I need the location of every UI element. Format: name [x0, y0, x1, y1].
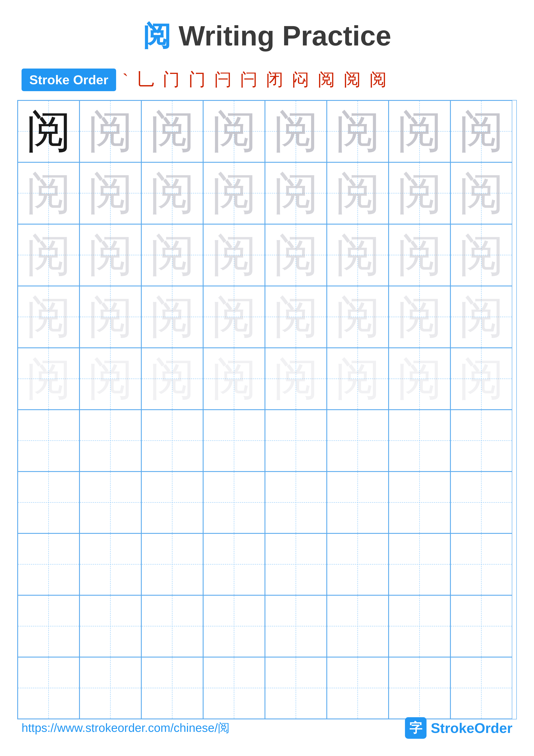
grid-cell[interactable]: 阅 — [327, 286, 389, 348]
grid-cell[interactable]: 阅 — [389, 286, 450, 348]
grid-cell[interactable] — [265, 472, 327, 533]
grid-cell[interactable]: 阅 — [203, 162, 265, 224]
grid-cell[interactable] — [450, 595, 512, 657]
grid-cell[interactable] — [450, 410, 512, 472]
grid-cell[interactable] — [80, 533, 141, 595]
grid-cell[interactable]: 阅 — [450, 100, 512, 162]
grid-cell[interactable] — [327, 410, 389, 472]
grid-cell[interactable]: 阅 — [450, 348, 512, 410]
grid-cell[interactable] — [265, 595, 327, 657]
stroke-step-9: 阅 — [318, 68, 339, 92]
grid-cell[interactable]: 阅 — [141, 348, 203, 410]
title-char: 阅 — [143, 20, 171, 51]
grid-cell[interactable] — [389, 472, 450, 533]
grid-cell[interactable] — [389, 657, 450, 719]
stroke-step-2: ⺃ — [137, 68, 158, 92]
grid-cell[interactable]: 阅 — [80, 286, 141, 348]
grid-row-6 — [18, 410, 516, 472]
grid-cell[interactable] — [327, 657, 389, 719]
grid-cell[interactable]: 阅 — [80, 100, 141, 162]
grid-cell[interactable]: 阅 — [18, 162, 80, 224]
grid-cell[interactable] — [18, 657, 80, 719]
grid-row-3: 阅 阅 阅 阅 阅 阅 阅 阅 — [18, 224, 516, 286]
practice-grid-container: 阅 阅 阅 阅 阅 阅 阅 阅 阅 阅 阅 阅 阅 阅 阅 阅 阅 阅 阅 阅 … — [0, 100, 534, 719]
grid-cell[interactable] — [203, 657, 265, 719]
grid-cell[interactable] — [265, 657, 327, 719]
grid-cell[interactable]: 阅 — [265, 224, 327, 286]
grid-cell[interactable]: 阅 — [450, 224, 512, 286]
grid-cell[interactable]: 阅 — [389, 162, 450, 224]
grid-cell[interactable] — [203, 533, 265, 595]
grid-cell[interactable]: 阅 — [18, 100, 80, 162]
grid-cell[interactable]: 阅 — [80, 224, 141, 286]
grid-cell[interactable]: 阅 — [203, 348, 265, 410]
grid-cell[interactable] — [141, 472, 203, 533]
grid-cell[interactable]: 阅 — [327, 224, 389, 286]
grid-cell[interactable] — [327, 472, 389, 533]
stroke-step-3: 门 — [163, 68, 184, 92]
stroke-step-4: 门 — [189, 68, 210, 92]
grid-cell[interactable] — [450, 657, 512, 719]
grid-cell[interactable]: 阅 — [450, 286, 512, 348]
grid-cell[interactable] — [80, 657, 141, 719]
grid-cell[interactable] — [203, 410, 265, 472]
grid-cell[interactable] — [265, 410, 327, 472]
grid-cell[interactable] — [18, 410, 80, 472]
grid-cell[interactable]: 阅 — [327, 162, 389, 224]
grid-row-7 — [18, 472, 516, 533]
grid-cell[interactable] — [450, 472, 512, 533]
grid-row-8 — [18, 533, 516, 595]
grid-cell[interactable]: 阅 — [327, 100, 389, 162]
grid-cell[interactable] — [141, 595, 203, 657]
grid-cell[interactable] — [80, 472, 141, 533]
grid-cell[interactable] — [80, 410, 141, 472]
stroke-step-11: 阅 — [369, 68, 391, 92]
grid-cell[interactable] — [389, 533, 450, 595]
grid-cell[interactable]: 阅 — [18, 348, 80, 410]
grid-cell[interactable] — [80, 595, 141, 657]
grid-cell[interactable]: 阅 — [389, 348, 450, 410]
footer-url[interactable]: https://www.strokeorder.com/chinese/阅 — [21, 720, 230, 736]
grid-row-4: 阅 阅 阅 阅 阅 阅 阅 阅 — [18, 286, 516, 348]
grid-cell[interactable]: 阅 — [265, 100, 327, 162]
page-title: 阅 Writing Practice — [0, 0, 534, 68]
grid-cell[interactable]: 阅 — [265, 286, 327, 348]
grid-cell[interactable] — [18, 533, 80, 595]
footer-logo: 字 StrokeOrder — [405, 717, 513, 739]
grid-cell[interactable] — [203, 595, 265, 657]
grid-cell[interactable]: 阅 — [389, 100, 450, 162]
stroke-order-chars: ` ⺃ 门 门 闩 闩 闭 闷 阅 阅 阅 — [123, 68, 391, 92]
grid-cell[interactable]: 阅 — [80, 348, 141, 410]
grid-cell[interactable]: 阅 — [203, 100, 265, 162]
grid-cell[interactable] — [389, 595, 450, 657]
grid-cell[interactable]: 阅 — [141, 100, 203, 162]
grid-cell[interactable]: 阅 — [265, 348, 327, 410]
grid-cell[interactable]: 阅 — [450, 162, 512, 224]
grid-cell[interactable] — [141, 533, 203, 595]
grid-cell[interactable] — [141, 410, 203, 472]
logo-text: StrokeOrder — [431, 720, 513, 736]
grid-cell[interactable]: 阅 — [327, 348, 389, 410]
grid-cell[interactable] — [389, 410, 450, 472]
grid-cell[interactable]: 阅 — [389, 224, 450, 286]
grid-cell[interactable]: 阅 — [203, 224, 265, 286]
grid-cell[interactable]: 阅 — [141, 224, 203, 286]
stroke-step-10: 阅 — [343, 68, 365, 92]
grid-cell[interactable] — [450, 533, 512, 595]
grid-cell[interactable] — [327, 595, 389, 657]
grid-cell[interactable] — [327, 533, 389, 595]
grid-cell[interactable]: 阅 — [18, 224, 80, 286]
grid-cell[interactable]: 阅 — [141, 162, 203, 224]
grid-cell[interactable] — [203, 472, 265, 533]
grid-cell[interactable]: 阅 — [141, 286, 203, 348]
grid-cell[interactable] — [18, 595, 80, 657]
grid-cell[interactable]: 阅 — [80, 162, 141, 224]
grid-cell[interactable]: 阅 — [18, 286, 80, 348]
practice-grid: 阅 阅 阅 阅 阅 阅 阅 阅 阅 阅 阅 阅 阅 阅 阅 阅 阅 阅 阅 阅 … — [17, 100, 517, 719]
grid-cell[interactable]: 阅 — [203, 286, 265, 348]
grid-cell[interactable]: 阅 — [265, 162, 327, 224]
grid-cell[interactable] — [141, 657, 203, 719]
grid-cell[interactable] — [265, 533, 327, 595]
footer-logo-icon: 字 — [405, 717, 426, 739]
grid-cell[interactable] — [18, 472, 80, 533]
